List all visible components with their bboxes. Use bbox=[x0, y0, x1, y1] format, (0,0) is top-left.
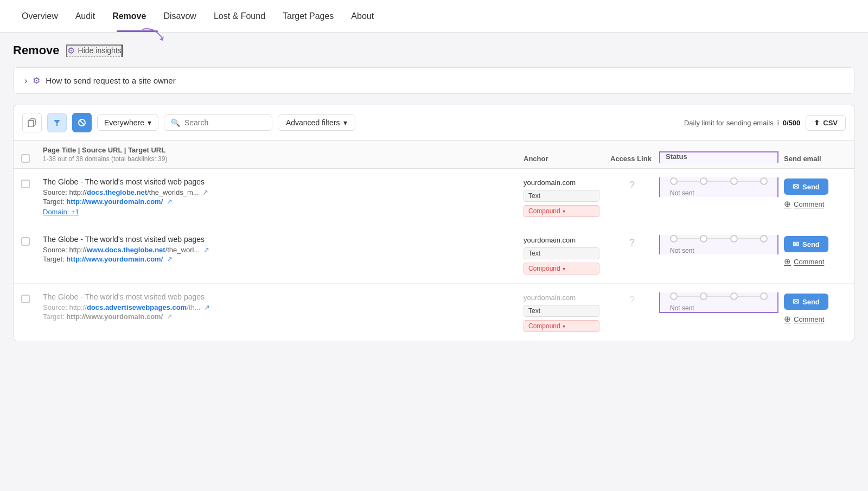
daily-limit-area: Daily limit for sending emails ℹ 0/500 bbox=[684, 119, 800, 127]
row3-target-link[interactable]: http://www.yourdomain.com/ bbox=[66, 313, 163, 321]
page-title-row: Remove ⚙ Hide insights bbox=[13, 43, 855, 58]
row3-track-dots bbox=[670, 292, 768, 300]
insights-text: How to send request to a site owner bbox=[46, 76, 175, 85]
csv-button[interactable]: ⬆ CSV bbox=[806, 115, 846, 131]
row1-status-track: Not sent bbox=[666, 177, 772, 197]
row3-send-button[interactable]: ✉ Send bbox=[784, 294, 828, 310]
row3-checkbox[interactable] bbox=[21, 295, 30, 303]
row1-checkbox[interactable] bbox=[21, 180, 30, 188]
chevron-down-icon: ▾ bbox=[148, 118, 151, 127]
row2-source-rest: /the_worl... bbox=[165, 246, 200, 254]
row2-status-track: Not sent bbox=[666, 235, 772, 254]
search-input[interactable] bbox=[184, 118, 260, 127]
line2 bbox=[707, 296, 730, 297]
row1-question-icon[interactable]: ? bbox=[629, 180, 635, 191]
page-title: Remove bbox=[13, 43, 60, 58]
row2-checkbox[interactable] bbox=[21, 237, 30, 246]
row3-source-link[interactable]: docs.advertisewebpages.com bbox=[87, 303, 187, 311]
chevron-down-icon-adv: ▾ bbox=[343, 118, 347, 127]
search-icon: 🔍 bbox=[171, 118, 180, 127]
hide-insights-button[interactable]: ⚙ Hide insights bbox=[66, 44, 123, 57]
row3-question-icon[interactable]: ? bbox=[629, 295, 635, 306]
row2-status-col: Not sent bbox=[659, 235, 778, 254]
svg-line-5 bbox=[80, 120, 85, 125]
row1-track-dots bbox=[670, 177, 768, 185]
row3-page-col: The Globe - The world's most visited web… bbox=[37, 292, 518, 323]
info-icon[interactable]: ℹ bbox=[777, 119, 780, 127]
download-icon: ⬆ bbox=[814, 119, 820, 127]
row3-anchor-domain: yourdomain.com bbox=[524, 294, 599, 302]
nav-active-indicator bbox=[117, 30, 158, 32]
header-access-link: Access Link bbox=[605, 155, 659, 163]
row3-anchor-col: yourdomain.com Text Compound ▾ bbox=[518, 292, 605, 332]
ext-link-icon-2: ↗ bbox=[203, 246, 209, 254]
row1-source-link[interactable]: docs.theglobe.net bbox=[87, 188, 147, 196]
row1-domain[interactable]: Domain: +1 bbox=[43, 208, 513, 216]
row3-badge-text: Text bbox=[524, 305, 599, 317]
header-page-title: Page Title | Source URL | Target URL 1-3… bbox=[37, 146, 518, 163]
mail-icon-2: ✉ bbox=[793, 240, 799, 248]
row1-send-button[interactable]: ✉ Send bbox=[784, 178, 828, 195]
row2-source-link[interactable]: www.docs.theglobe.net bbox=[87, 246, 165, 254]
select-all-checkbox[interactable] bbox=[21, 154, 30, 163]
row1-target: Target: http://www.yourdomain.com/ ↗ bbox=[43, 197, 513, 206]
dot4 bbox=[760, 177, 768, 185]
row1-target-link[interactable]: http://www.yourdomain.com/ bbox=[66, 197, 163, 206]
row2-badge-text: Text bbox=[524, 247, 599, 259]
nav-overview[interactable]: Overview bbox=[13, 2, 67, 31]
table-wrap: Page Title | Source URL | Target URL 1-3… bbox=[13, 140, 855, 341]
line3 bbox=[738, 181, 760, 182]
row2-anchor-col: yourdomain.com Text Compound ▾ bbox=[518, 235, 605, 275]
dot1 bbox=[670, 177, 678, 185]
row1-source: Source: http://docs.theglobe.net/the_wor… bbox=[43, 188, 513, 196]
row1-access-col: ? bbox=[605, 177, 659, 191]
everywhere-dropdown[interactable]: Everywhere ▾ bbox=[97, 114, 158, 131]
advanced-filters-button[interactable]: Advanced filters ▾ bbox=[278, 114, 355, 131]
ext-link-icon-1b: ↗ bbox=[167, 197, 173, 206]
nav-disavow[interactable]: Disavow bbox=[155, 2, 205, 31]
expand-icon[interactable]: › bbox=[24, 76, 27, 86]
comment-plus-icon-3: ⊕ bbox=[784, 314, 791, 324]
row2-comment-button[interactable]: ⊕ Comment bbox=[784, 257, 824, 266]
nav-remove[interactable]: Remove bbox=[104, 2, 155, 31]
dot2 bbox=[700, 177, 707, 185]
block-button[interactable] bbox=[72, 113, 92, 132]
limit-count: 0/500 bbox=[783, 119, 801, 127]
row1-status-col: Not sent bbox=[659, 177, 778, 197]
row3-checkbox-col bbox=[14, 292, 37, 303]
nav-target-pages[interactable]: Target Pages bbox=[274, 2, 342, 31]
svg-marker-3 bbox=[54, 120, 60, 126]
row2-send-button[interactable]: ✉ Send bbox=[784, 236, 828, 252]
dot3 bbox=[730, 235, 738, 243]
dot3 bbox=[730, 292, 738, 300]
dot1 bbox=[670, 235, 678, 243]
search-box: 🔍 bbox=[164, 114, 272, 131]
row1-comment-button[interactable]: ⊕ Comment bbox=[784, 199, 824, 209]
row3-comment-button[interactable]: ⊕ Comment bbox=[784, 314, 824, 324]
row1-anchor-domain: yourdomain.com bbox=[524, 178, 599, 187]
line3 bbox=[738, 296, 760, 297]
filter-button[interactable] bbox=[47, 113, 67, 132]
copy-button[interactable] bbox=[22, 113, 42, 132]
row1-source-rest: /the_worlds_m... bbox=[147, 188, 199, 196]
nav-audit[interactable]: Audit bbox=[67, 2, 104, 31]
row2-question-icon[interactable]: ? bbox=[629, 237, 635, 248]
row3-badge-compound[interactable]: Compound ▾ bbox=[524, 320, 599, 332]
header-send-email: Send email bbox=[778, 155, 854, 163]
row2-target-link[interactable]: http://www.yourdomain.com/ bbox=[66, 255, 163, 263]
row2-badge-compound[interactable]: Compound ▾ bbox=[524, 263, 599, 275]
row1-anchor: yourdomain.com Text Compound ▾ bbox=[524, 177, 599, 217]
svg-rect-2 bbox=[28, 120, 34, 127]
nav-bar: Overview Audit Remove Disavow Lost & Fou… bbox=[0, 0, 868, 33]
row3-send-col: ✉ Send ⊕ Comment bbox=[778, 292, 854, 324]
row2-checkbox-col bbox=[14, 235, 37, 246]
nav-lost-found[interactable]: Lost & Found bbox=[205, 2, 274, 31]
row1-badge-compound[interactable]: Compound ▾ bbox=[524, 205, 599, 217]
toolbar: Everywhere ▾ 🔍 Advanced filters ▾ Daily … bbox=[13, 105, 855, 140]
row1-anchor-col: yourdomain.com Text Compound ▾ bbox=[518, 177, 605, 217]
line1 bbox=[678, 181, 700, 182]
nav-about[interactable]: About bbox=[342, 2, 382, 31]
row3-source-rest: /th... bbox=[187, 303, 200, 311]
line1 bbox=[678, 238, 700, 239]
dot2 bbox=[700, 292, 707, 300]
